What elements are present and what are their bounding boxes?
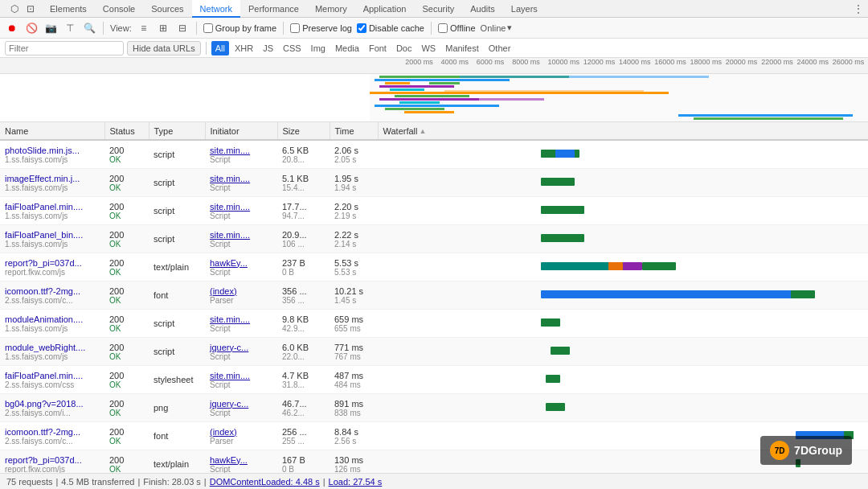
search-icon[interactable]: 🔍 xyxy=(82,21,96,35)
disable-cache-input[interactable] xyxy=(357,23,366,33)
large-view-icon[interactable]: ⊞ xyxy=(156,21,170,35)
mini-waterfall-chart[interactable] xyxy=(0,74,868,122)
filter-input[interactable] xyxy=(5,41,124,55)
preserve-log-input[interactable] xyxy=(290,23,300,33)
table-row[interactable]: module_webRight.... 1.ss.faisys.com/js 2… xyxy=(0,338,868,366)
table-row[interactable]: report?b_pi=037d... report.fkw.com/js 20… xyxy=(0,253,868,281)
cell-status-9: 200 OK xyxy=(104,394,149,422)
name-main-3: faiFloatPanel_bin.... xyxy=(5,230,100,240)
status-requests: 75 requests xyxy=(6,477,52,487)
tab-application[interactable]: Application xyxy=(355,0,415,18)
cell-name-0: photoSlide.min.js... 1.ss.faisys.com/js xyxy=(0,140,104,169)
cell-time-9: 891 ms 838 ms xyxy=(330,394,378,422)
col-header-initiator[interactable]: Initiator xyxy=(205,122,277,140)
filter-type-font[interactable]: Font xyxy=(365,41,391,55)
table-row[interactable]: report?b_pi=037d... report.fkw.com/js 20… xyxy=(0,450,868,474)
wf-time-label-0: 2000 ms xyxy=(405,58,433,66)
table-row[interactable]: faiFloatPanel.min.... 1.ss.faisys.com/js… xyxy=(0,197,868,225)
pointer-icon[interactable]: ⬡ xyxy=(8,2,21,15)
tab-performance[interactable]: Performance xyxy=(240,0,307,18)
cell-name-6: moduleAnimation.... 1.ss.faisys.com/js xyxy=(0,310,104,338)
name-sub-1: 1.ss.faisys.com/js xyxy=(5,183,100,192)
hide-data-urls-button[interactable]: Hide data URLs xyxy=(127,41,201,55)
table-row[interactable]: bg04.png?v=2018... 2.ss.faisys.com/i... … xyxy=(0,394,868,422)
offline-label: Offline xyxy=(450,23,476,33)
name-main-2: faiFloatPanel.min.... xyxy=(5,202,100,212)
camera-icon[interactable]: 📷 xyxy=(43,21,58,35)
filter-type-manifest[interactable]: Manifest xyxy=(441,41,483,55)
tab-network[interactable]: Network xyxy=(192,0,240,18)
clear-icon[interactable]: 🚫 xyxy=(24,21,39,35)
cell-status-6: 200 OK xyxy=(104,310,149,338)
cell-name-10: icomoon.ttf?-2mg... 2.ss.faisys.com/c... xyxy=(0,422,104,450)
cell-time-10: 8.84 s 2.56 s xyxy=(330,422,378,450)
status-dom-content[interactable]: DOMContentLoaded: 4.48 s xyxy=(210,477,320,487)
cell-waterfall-2 xyxy=(378,197,868,225)
name-sub-5: 2.ss.faisys.com/c... xyxy=(5,296,100,305)
table-row[interactable]: faiFloatPanel_bin.... 1.ss.faisys.com/js… xyxy=(0,225,868,253)
table-row[interactable]: faiFloatPanel.min.... 2.ss.faisys.com/cs… xyxy=(0,366,868,394)
cell-initiator-9: jquery-c... Script xyxy=(205,394,277,422)
filter-type-doc[interactable]: Doc xyxy=(392,41,416,55)
filter-type-img[interactable]: Img xyxy=(307,41,330,55)
filter-type-other[interactable]: Other xyxy=(485,41,515,55)
wf-bar-9 xyxy=(546,403,565,411)
offline-checkbox[interactable]: Offline xyxy=(438,23,476,33)
tab-security[interactable]: Security xyxy=(414,0,462,18)
preserve-log-checkbox[interactable]: Preserve log xyxy=(290,23,352,33)
name-main-9: bg04.png?v=2018... xyxy=(5,399,100,409)
tab-console[interactable]: Console xyxy=(95,0,143,18)
table-row[interactable]: icomoon.ttf?-2mg... 2.ss.faisys.com/c...… xyxy=(0,281,868,310)
cell-size-4: 237 B 0 B xyxy=(277,253,330,281)
col-header-type[interactable]: Type xyxy=(149,122,205,140)
dock-icon[interactable]: ⊡ xyxy=(24,2,37,15)
name-sub-2: 1.ss.faisys.com/js xyxy=(5,212,100,220)
online-select[interactable]: Online▾ xyxy=(481,23,513,33)
table-row[interactable]: moduleAnimation.... 1.ss.faisys.com/js 2… xyxy=(0,310,868,338)
filter-type-css[interactable]: CSS xyxy=(279,41,305,55)
table-row[interactable]: icomoon.ttf?-2mg... 2.ss.faisys.com/c...… xyxy=(0,422,868,450)
group-by-frame-checkbox[interactable]: Group by frame xyxy=(203,23,276,33)
col-header-name[interactable]: Name xyxy=(0,122,104,140)
wf-time-label-1: 4000 ms xyxy=(441,58,469,66)
filter-type-ws[interactable]: WS xyxy=(417,41,440,55)
cell-time-6: 659 ms 655 ms xyxy=(330,310,378,338)
col-header-time[interactable]: Time xyxy=(330,122,378,140)
record-icon[interactable]: ⏺ xyxy=(5,21,19,35)
disable-cache-checkbox[interactable]: Disable cache xyxy=(357,23,424,33)
col-header-waterfall[interactable]: Waterfall▲ xyxy=(378,122,868,140)
cell-initiator-3: site.min.... Script xyxy=(205,225,277,253)
filter-type-js[interactable]: JS xyxy=(259,41,277,55)
name-sub-6: 1.ss.faisys.com/js xyxy=(5,324,100,333)
wf-bar-5 xyxy=(541,290,805,298)
tab-elements[interactable]: Elements xyxy=(42,0,95,18)
group-by-frame-input[interactable] xyxy=(203,23,213,33)
cell-initiator-2: site.min.... Script xyxy=(205,197,277,225)
table-row[interactable]: photoSlide.min.js... 1.ss.faisys.com/js … xyxy=(0,140,868,169)
table-row[interactable]: imageEffect.min.j... 1.ss.faisys.com/js … xyxy=(0,169,868,197)
filter-type-xhr[interactable]: XHR xyxy=(231,41,257,55)
offline-input[interactable] xyxy=(438,23,448,33)
cell-waterfall-6 xyxy=(378,310,868,338)
filter-type-all[interactable]: All xyxy=(211,41,229,55)
wf-time-label-6: 14000 ms xyxy=(619,58,651,66)
status-sep-4: | xyxy=(323,477,326,487)
cell-size-3: 20.9... 106 ... xyxy=(277,225,330,253)
more-tabs-icon[interactable]: ⋮ xyxy=(852,2,865,15)
tab-layers[interactable]: Layers xyxy=(503,0,546,18)
cell-status-8: 200 OK xyxy=(104,366,149,394)
small-view-icon[interactable]: ⊟ xyxy=(175,21,190,35)
network-table-wrapper[interactable]: Name Status Type Initiator Size Time xyxy=(0,122,868,473)
wf-time-label-4: 10000 ms xyxy=(547,58,579,66)
tab-audits[interactable]: Audits xyxy=(462,0,503,18)
cell-type-0: script xyxy=(149,140,205,169)
col-header-status[interactable]: Status xyxy=(104,122,149,140)
tab-sources[interactable]: Sources xyxy=(143,0,191,18)
col-header-size[interactable]: Size xyxy=(277,122,330,140)
status-load[interactable]: Load: 27.54 s xyxy=(329,477,383,487)
filter-type-media[interactable]: Media xyxy=(331,41,363,55)
list-view-icon[interactable]: ≡ xyxy=(137,21,151,35)
tab-memory[interactable]: Memory xyxy=(307,0,355,18)
filter-icon[interactable]: ⊤ xyxy=(63,21,77,35)
cell-status-1: 200 OK xyxy=(104,169,149,197)
